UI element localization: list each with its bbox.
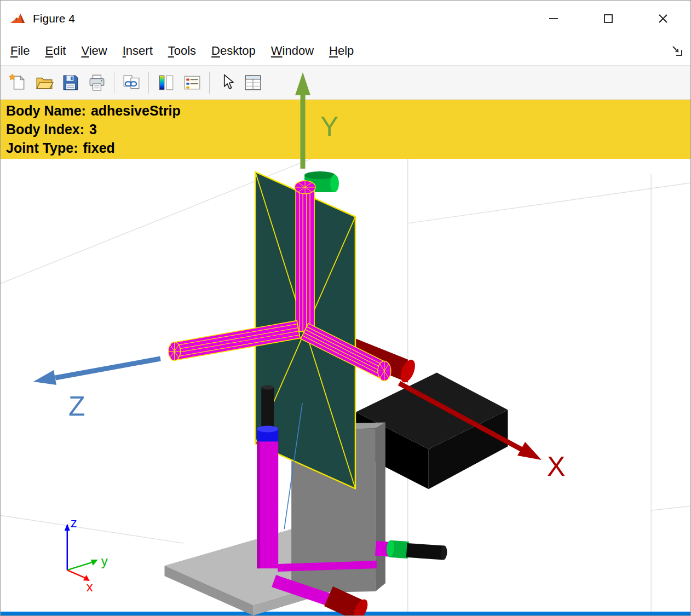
- dock-arrow-icon: [671, 44, 684, 57]
- info-banner: Body Name:adhesiveStrip Body Index:3 Joi…: [1, 100, 690, 159]
- open-file-icon: [35, 73, 54, 92]
- menu-file[interactable]: File: [3, 44, 37, 58]
- menu-window[interactable]: Window: [263, 44, 321, 58]
- menu-view-rest: iew: [89, 44, 107, 57]
- body-name-value: adhesiveStrip: [91, 103, 181, 118]
- menu-edit-rest: dit: [53, 44, 66, 57]
- menu-desktop-mnemonic: D: [211, 44, 220, 57]
- menu-file-mnemonic: F: [10, 44, 18, 57]
- menu-help-mnemonic: H: [329, 44, 338, 57]
- titlebar: Figure 4: [1, 1, 690, 37]
- menu-insert[interactable]: Insert: [115, 44, 160, 58]
- body-index-label: Body Index:: [6, 122, 84, 137]
- menu-desktop-rest: esktop: [220, 44, 256, 57]
- close-icon: [656, 11, 670, 26]
- body-index-value: 3: [89, 122, 97, 137]
- body-name-label: Body Name:: [6, 103, 86, 118]
- insert-legend-button[interactable]: [179, 70, 205, 96]
- triad-x-label: x: [87, 579, 93, 594]
- body-name-line: Body Name:adhesiveStrip: [6, 101, 685, 120]
- menu-window-rest: indow: [283, 44, 314, 57]
- figure-toolbar: [1, 65, 690, 100]
- window-title: Figure 4: [33, 12, 75, 25]
- toolbar-separator: [148, 72, 149, 94]
- menu-help[interactable]: Help: [321, 44, 361, 58]
- edit-plot-icon: [217, 73, 236, 92]
- new-figure-button[interactable]: [5, 70, 31, 96]
- property-inspector-icon: [244, 73, 262, 92]
- joint-type-line: Joint Type:fixed: [6, 139, 685, 157]
- triad-z-label: z: [71, 515, 77, 530]
- figure-window: Figure 4 File Edit View Insert Tools Des…: [0, 0, 691, 616]
- print-figure-icon: [88, 73, 106, 92]
- origin-triad: z y x: [65, 515, 108, 594]
- maximize-button[interactable]: [581, 1, 636, 37]
- save-figure-icon: [61, 73, 80, 92]
- close-button[interactable]: [636, 1, 690, 37]
- menubar: File Edit View Insert Tools Desktop Wind…: [1, 37, 690, 65]
- menu-help-rest: elp: [338, 44, 354, 57]
- insert-colorbar-button[interactable]: [153, 70, 179, 96]
- menu-edit[interactable]: Edit: [37, 44, 73, 58]
- menu-desktop[interactable]: Desktop: [204, 44, 263, 58]
- window-controls: [526, 1, 690, 37]
- right-link-body[interactable]: [375, 539, 448, 561]
- minimize-icon: [546, 11, 561, 26]
- matlab-logo-icon: [9, 10, 26, 27]
- insert-colorbar-icon: [157, 73, 175, 92]
- toolbar-separator: [209, 72, 210, 94]
- insert-legend-icon: [183, 73, 201, 92]
- scene-canvas[interactable]: z y x: [1, 159, 690, 615]
- joint-type-value: fixed: [83, 140, 114, 156]
- figure-canvas[interactable]: z y x: [1, 159, 690, 615]
- menu-tools-rest: ools: [174, 44, 196, 57]
- save-figure-button[interactable]: [57, 70, 84, 96]
- joint-type-label: Joint Type:: [6, 140, 78, 156]
- edit-plot-button[interactable]: [214, 70, 240, 96]
- menu-insert-rest: nsert: [126, 44, 153, 57]
- menu-window-mnemonic: W: [271, 44, 283, 57]
- link-plot-icon: [122, 73, 141, 92]
- new-figure-icon: [9, 73, 27, 92]
- property-inspector-button[interactable]: [240, 70, 266, 96]
- menu-tools[interactable]: Tools: [160, 44, 204, 58]
- minimize-button[interactable]: [526, 1, 581, 37]
- menu-file-rest: ile: [18, 44, 30, 57]
- open-file-button[interactable]: [31, 70, 57, 96]
- maximize-icon: [601, 11, 615, 26]
- body-index-line: Body Index:3: [6, 120, 685, 139]
- print-figure-button[interactable]: [84, 70, 110, 96]
- menu-view[interactable]: View: [73, 44, 114, 58]
- link-plot-button[interactable]: [118, 70, 145, 96]
- menu-tools-mnemonic: T: [168, 44, 174, 57]
- dock-figure-button[interactable]: [671, 44, 684, 57]
- triad-y-label: y: [101, 554, 108, 568]
- menu-view-mnemonic: V: [81, 44, 89, 57]
- menu-edit-mnemonic: E: [45, 44, 53, 57]
- toolbar-separator: [114, 72, 114, 94]
